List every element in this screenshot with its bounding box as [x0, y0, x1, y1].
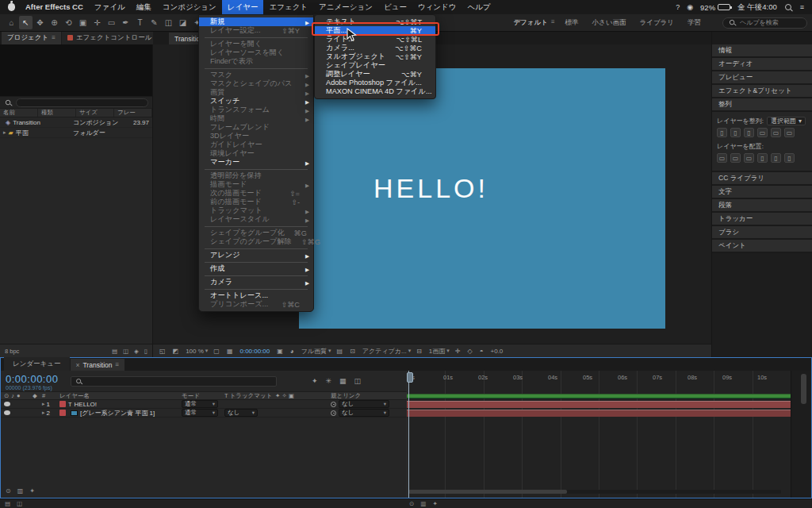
color-depth-button[interactable]: 8 bpc: [5, 348, 19, 355]
resolution-popup[interactable]: フル画質 ▾: [301, 347, 331, 356]
menubar-clock[interactable]: 金 午後4:00: [737, 2, 777, 13]
panel-header[interactable]: 段落: [712, 199, 812, 213]
scroll-thumb[interactable]: [408, 490, 567, 494]
clone-stamp-tool-icon[interactable]: ◫: [162, 16, 175, 29]
hand-tool-icon[interactable]: ✥: [33, 16, 47, 29]
layer-name[interactable]: HELLO!: [75, 401, 97, 408]
workspace-item[interactable]: 学習: [688, 18, 701, 28]
layer-duration-bar[interactable]: [407, 401, 791, 408]
pan-behind-tool-icon[interactable]: ✛: [90, 16, 104, 29]
timeline-tab[interactable]: × Transition ≡: [71, 359, 125, 371]
timeline-track-area[interactable]: 0s 01s 02s 03s 04s 05s 06s 07s: [407, 371, 791, 498]
battery-indicator[interactable]: 92%: [700, 3, 730, 12]
eye-icon[interactable]: [4, 410, 10, 415]
timeline-scrollbar[interactable]: [791, 371, 811, 498]
align-panel-header[interactable]: 整列: [712, 98, 812, 112]
menubar-item[interactable]: After Effects CC: [20, 0, 89, 14]
align-right-icon[interactable]: ▯: [744, 128, 754, 137]
fast-preview-icon[interactable]: ◇: [468, 348, 474, 355]
label-color-swatch[interactable]: [59, 410, 66, 416]
transfer-controls-icon[interactable]: ✦: [29, 487, 35, 495]
number-column-header[interactable]: #: [42, 392, 59, 399]
panel-header[interactable]: プレビュー: [712, 71, 812, 85]
orbit-camera-tool-icon[interactable]: ⟲: [62, 16, 75, 29]
help-search-input[interactable]: [740, 19, 802, 26]
camera-tool-icon[interactable]: ▣: [76, 16, 90, 29]
trkmat-column-header[interactable]: トラックマット: [230, 392, 273, 399]
audio-column-icon[interactable]: ♪: [11, 392, 14, 399]
selection-tool-icon[interactable]: ↖: [19, 16, 33, 29]
distribute-top-icon[interactable]: ▭: [717, 153, 727, 163]
label-column-icon[interactable]: ◆: [33, 392, 42, 399]
project-column-header[interactable]: フレー: [114, 109, 152, 117]
cti-handle[interactable]: [407, 372, 413, 383]
menubar-item[interactable]: 編集: [131, 0, 157, 14]
menu-item[interactable]: シェイプのグループ解除 ⇧⌘G: [199, 237, 313, 246]
timeline-zoom-scrollbar[interactable]: [408, 490, 781, 494]
project-search-input[interactable]: [16, 98, 148, 107]
distribute-bottom-icon[interactable]: ▭: [744, 153, 754, 163]
distribute-right-icon[interactable]: ▯: [784, 153, 795, 163]
panel-header[interactable]: ペイント: [712, 240, 812, 253]
panel-header[interactable]: トラッカー: [712, 213, 812, 226]
shape-tool-icon[interactable]: ▭: [105, 16, 118, 29]
menu-item[interactable]: Finderで表示: [199, 57, 313, 66]
create-composition-icon[interactable]: ◈: [134, 348, 139, 355]
twirl-icon[interactable]: ▸: [42, 401, 45, 407]
exposure-value[interactable]: +0.0: [491, 348, 505, 355]
mode-column-header[interactable]: モード: [182, 392, 224, 400]
menubar-item[interactable]: レイヤー: [222, 0, 264, 14]
av-features-toggle-icon[interactable]: ⊙: [409, 500, 414, 507]
comp-mini-flowchart-icon[interactable]: ◫: [354, 377, 362, 385]
in-out-columns-icon[interactable]: ▥: [17, 487, 24, 495]
help-icon[interactable]: ?: [676, 3, 680, 11]
notification-center-icon[interactable]: ≡: [800, 3, 804, 11]
motion-blur-switch-icon[interactable]: ▣: [289, 392, 294, 399]
blend-switch-icon[interactable]: ✧: [282, 392, 286, 399]
project-column-header[interactable]: 名前: [0, 109, 38, 117]
project-column-header[interactable]: 種類: [38, 109, 76, 117]
menu-item[interactable]: レイヤースタイル ▶: [199, 215, 313, 224]
apple-menu-icon[interactable]: [8, 3, 15, 11]
multi-view-icon[interactable]: ⊟: [416, 348, 423, 355]
parent-dropdown[interactable]: なし ▾: [339, 409, 389, 417]
menu-item[interactable]: マーカー ▶: [199, 158, 313, 167]
menu-item[interactable]: アレンジ ▶: [199, 251, 313, 260]
panel-header[interactable]: 文字: [712, 186, 812, 199]
layer-duration-bar[interactable]: [407, 410, 791, 417]
pickwhip-icon[interactable]: [331, 410, 336, 416]
workspace-menu-icon[interactable]: ≡: [551, 18, 555, 28]
trkmat-dropdown[interactable]: なし ▾: [224, 409, 258, 417]
workspace-item[interactable]: デフォルト: [513, 18, 548, 28]
creative-cloud-icon[interactable]: ◉: [687, 3, 693, 11]
close-tab-icon[interactable]: ×: [76, 361, 80, 369]
layer-row[interactable]: ▸ 2 [グレー系シアン青 平面 1] 通常 ▾: [1, 409, 407, 418]
layer-name[interactable]: [グレー系シアン青 平面 1]: [80, 409, 155, 418]
flowchart-view-icon[interactable]: ▤: [5, 500, 10, 507]
menubar-item[interactable]: アニメーション: [313, 0, 378, 14]
scroll-thumb[interactable]: [801, 374, 806, 404]
blend-mode-dropdown[interactable]: 通常 ▾: [182, 400, 218, 408]
current-time-indicator[interactable]: [408, 371, 409, 498]
align-left-icon[interactable]: ▯: [717, 128, 727, 137]
distribute-v-center-icon[interactable]: ▭: [730, 153, 741, 163]
project-item-row[interactable]: ◈ Transition コンポジション 23.97: [0, 117, 152, 128]
timeline-search-box[interactable]: [71, 376, 277, 387]
panel-header[interactable]: 情報: [712, 44, 812, 58]
home-icon[interactable]: ⌂: [5, 16, 18, 29]
switches-toggle-icon[interactable]: ✦: [432, 500, 437, 507]
show-channels-icon[interactable]: ◕: [290, 348, 296, 355]
snapshot-icon[interactable]: ◱: [159, 348, 167, 355]
pen-tool-icon[interactable]: ✒: [119, 16, 132, 29]
eraser-tool-icon[interactable]: ◪: [176, 16, 190, 29]
align-bottom-icon[interactable]: ▭: [784, 128, 795, 137]
motion-blur-icon[interactable]: ✳: [326, 377, 332, 385]
show-snapshot-icon[interactable]: ◩: [173, 348, 181, 355]
parent-dropdown[interactable]: なし ▾: [339, 400, 389, 408]
menu-item[interactable]: レイヤー設定... ⇧⌘Y: [199, 26, 313, 35]
work-area-bar[interactable]: [407, 394, 791, 398]
panel-header[interactable]: オーディオ: [712, 58, 812, 71]
view-layout-icon[interactable]: ⊡: [350, 348, 357, 355]
layer-name-column-header[interactable]: レイヤー名: [59, 392, 182, 400]
spotlight-icon[interactable]: [784, 3, 793, 12]
